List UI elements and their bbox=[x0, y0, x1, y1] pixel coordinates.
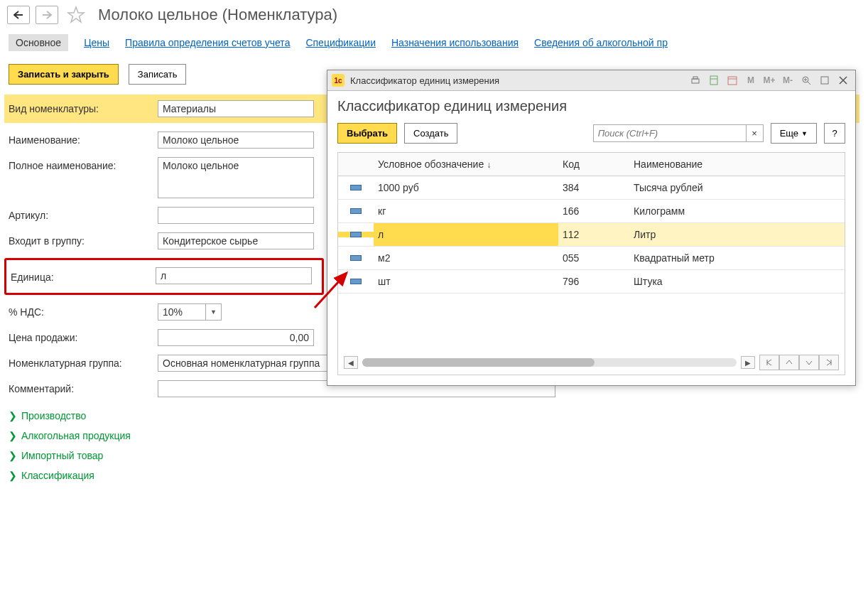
tab-specs[interactable]: Спецификации bbox=[305, 37, 376, 48]
tab-accounts[interactable]: Правила определения счетов учета bbox=[125, 37, 290, 48]
svg-line-7 bbox=[808, 82, 810, 85]
item-icon bbox=[350, 208, 362, 214]
forward-button[interactable] bbox=[36, 6, 58, 24]
more-button[interactable]: Еще▼ bbox=[771, 123, 817, 144]
name-field[interactable]: Молоко цельное bbox=[158, 131, 314, 149]
vat-label: % НДС: bbox=[9, 303, 158, 318]
col-code[interactable]: Код bbox=[558, 153, 629, 176]
col-short[interactable]: Условное обозначение↓ bbox=[374, 153, 558, 176]
close-icon[interactable] bbox=[835, 73, 851, 87]
memory-mminus-button[interactable]: M- bbox=[780, 73, 796, 87]
back-button[interactable] bbox=[7, 6, 30, 24]
table-row[interactable]: кг166Килограмм bbox=[338, 200, 845, 223]
tab-main[interactable]: Основное bbox=[9, 34, 68, 51]
kind-field[interactable]: Материалы bbox=[158, 100, 314, 117]
nomgroup-label: Номенклатурная группа: bbox=[9, 355, 158, 369]
print-icon[interactable] bbox=[688, 73, 703, 87]
save-button[interactable]: Записать bbox=[129, 64, 187, 85]
price-label: Цена продажи: bbox=[9, 329, 158, 343]
search-field[interactable] bbox=[594, 125, 746, 141]
calculator-icon[interactable] bbox=[706, 73, 722, 87]
cell-short: л bbox=[374, 223, 558, 246]
table-row[interactable]: шт796Штука bbox=[338, 270, 845, 294]
col-name[interactable]: Наименование bbox=[629, 153, 845, 176]
unit-highlight: Единица: л bbox=[4, 258, 324, 295]
dialog-title: Классификатор единиц измерения bbox=[350, 75, 682, 86]
table-row[interactable]: л112Литр bbox=[338, 223, 845, 247]
memory-m-button[interactable]: M bbox=[743, 73, 759, 87]
save-close-button[interactable]: Записать и закрыть bbox=[9, 64, 119, 85]
sort-indicator-icon: ↓ bbox=[487, 160, 491, 170]
kind-label: Вид номенклатуры: bbox=[9, 100, 158, 114]
scroll-left-button[interactable]: ◀ bbox=[344, 356, 358, 369]
last-button[interactable] bbox=[819, 355, 839, 370]
vat-select[interactable]: 10% ▼ bbox=[158, 303, 222, 321]
svg-rect-0 bbox=[692, 79, 699, 83]
article-field[interactable] bbox=[158, 207, 314, 224]
price-field[interactable]: 0,00 bbox=[158, 329, 314, 346]
cell-code: 055 bbox=[558, 247, 629, 269]
comment-label: Комментарий: bbox=[9, 380, 158, 394]
chevron-right-icon: ❯ bbox=[9, 410, 17, 421]
search-input[interactable]: × bbox=[593, 124, 764, 142]
table-row[interactable]: 1000 руб384Тысяча рублей bbox=[338, 176, 845, 200]
cell-name: Квадратный метр bbox=[629, 247, 845, 269]
group-field[interactable]: Кондитерское сырье bbox=[158, 232, 314, 249]
chevron-right-icon: ❯ bbox=[9, 450, 17, 461]
create-button[interactable]: Создать bbox=[404, 123, 457, 144]
collapse-classification[interactable]: ❯Классификация bbox=[0, 466, 868, 485]
chevron-right-icon: ❯ bbox=[9, 470, 17, 481]
fullname-field[interactable]: Молоко цельное bbox=[158, 157, 314, 198]
cell-name: Штука bbox=[629, 270, 845, 293]
tab-usage[interactable]: Назначения использования bbox=[391, 37, 519, 48]
scroll-right-button[interactable]: ▶ bbox=[741, 356, 755, 369]
cell-short: кг bbox=[374, 200, 558, 222]
svg-rect-10 bbox=[821, 77, 828, 84]
group-label: Входит в группу: bbox=[9, 232, 158, 247]
cell-short: м2 bbox=[374, 247, 558, 269]
tab-prices[interactable]: Цены bbox=[84, 37, 109, 48]
unit-label: Единица: bbox=[11, 269, 156, 283]
vat-value: 10% bbox=[163, 306, 183, 318]
select-button[interactable]: Выбрать bbox=[337, 123, 397, 144]
cell-code: 796 bbox=[558, 270, 629, 293]
cell-code: 384 bbox=[558, 176, 629, 199]
arrow-left-icon bbox=[13, 11, 23, 19]
cell-name: Килограмм bbox=[629, 200, 845, 222]
cell-short: 1000 руб bbox=[374, 176, 558, 199]
name-label: Наименование: bbox=[9, 131, 158, 146]
favorite-button[interactable] bbox=[64, 3, 88, 27]
cell-name: Тысяча рублей bbox=[629, 176, 845, 199]
zoom-in-icon[interactable] bbox=[798, 73, 814, 87]
clear-search-button[interactable]: × bbox=[746, 125, 763, 141]
up-button[interactable] bbox=[779, 355, 799, 370]
tab-bar: Основное Цены Правила определения счетов… bbox=[0, 30, 868, 58]
collapse-import[interactable]: ❯Импортный товар bbox=[0, 446, 868, 466]
page-title: Молоко цельное (Номенклатура) bbox=[98, 6, 337, 24]
chevron-down-icon: ▼ bbox=[801, 130, 808, 137]
arrow-right-icon bbox=[42, 11, 52, 19]
chevron-right-icon: ❯ bbox=[9, 430, 17, 441]
tab-alcohol[interactable]: Сведения об алкогольной пр bbox=[534, 37, 668, 48]
table-row[interactable]: м2055Квадратный метр bbox=[338, 247, 845, 270]
grid-header: Условное обозначение↓ Код Наименование bbox=[338, 153, 845, 176]
item-icon bbox=[350, 255, 362, 261]
collapse-production[interactable]: ❯Производство bbox=[0, 406, 868, 426]
fullname-label: Полное наименование: bbox=[9, 157, 158, 171]
svg-rect-1 bbox=[693, 77, 698, 79]
minimize-icon[interactable] bbox=[817, 73, 832, 87]
collapse-alcohol[interactable]: ❯Алкогольная продукция bbox=[0, 426, 868, 446]
calendar-icon[interactable] bbox=[725, 73, 740, 87]
item-icon bbox=[350, 232, 362, 237]
item-icon bbox=[350, 185, 362, 190]
first-button[interactable] bbox=[759, 355, 779, 370]
app-icon: 1c bbox=[332, 74, 345, 87]
down-button[interactable] bbox=[799, 355, 819, 370]
item-icon bbox=[350, 279, 362, 284]
help-button[interactable]: ? bbox=[824, 123, 845, 144]
cell-code: 112 bbox=[558, 223, 629, 246]
article-label: Артикул: bbox=[9, 207, 158, 221]
unit-field[interactable]: л bbox=[156, 267, 312, 284]
horizontal-scrollbar[interactable] bbox=[362, 358, 737, 367]
memory-mplus-button[interactable]: M+ bbox=[761, 73, 777, 87]
